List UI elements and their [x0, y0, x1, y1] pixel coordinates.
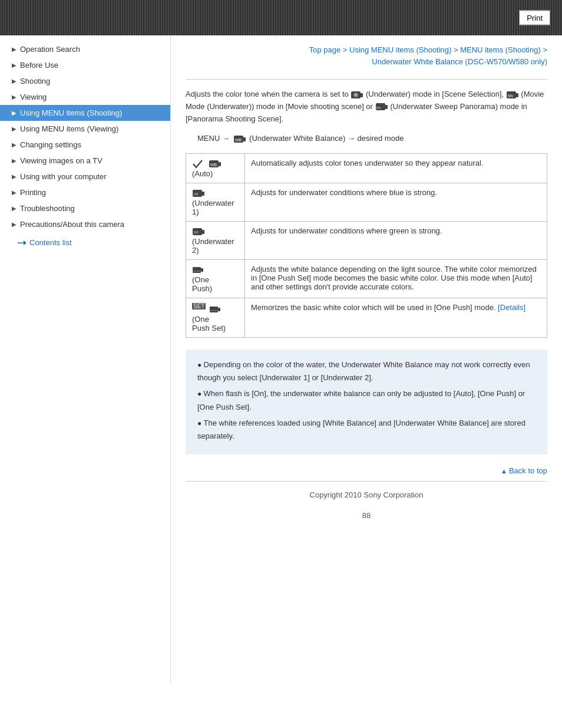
arrow-icon: ▶: [12, 221, 16, 228]
details-link[interactable]: [Details]: [498, 303, 525, 312]
auto-wb-icon: WB: [209, 159, 222, 169]
sidebar-item-operation-search[interactable]: ▶ Operation Search: [0, 41, 170, 57]
table-cell-desc: Adjusts the white balance depending on t…: [245, 260, 547, 298]
svg-point-5: [355, 93, 358, 96]
svg-text:U2: U2: [194, 230, 199, 234]
svg-marker-1: [24, 241, 27, 245]
underwater1-icon: U1: [192, 188, 205, 199]
arrow-icon: ▶: [12, 141, 16, 148]
sidebar-item-using-menu-shooting[interactable]: ▶ Using MENU items (Shooting): [0, 105, 170, 121]
sidebar: ▶ Operation Search ▶ Before Use ▶ Shooti…: [0, 35, 171, 684]
table-cell-desc: Automatically adjusts color tones underw…: [245, 154, 547, 183]
sidebar-item-using-menu-viewing[interactable]: ▶ Using MENU items (Viewing): [0, 121, 170, 137]
print-button[interactable]: Print: [519, 11, 550, 25]
svg-rect-13: [243, 137, 246, 141]
table-cell-icon: U2 (Underwater2): [186, 222, 245, 260]
main-content: Top page > Using MENU items (Shooting) >…: [171, 35, 562, 684]
underwater2-icon: U2: [192, 226, 205, 237]
table-row: WB (Auto) Automatically adjusts color to…: [186, 154, 547, 183]
svg-text:U1: U1: [194, 192, 199, 196]
svg-rect-19: [202, 192, 204, 196]
arrow-icon: ▶: [12, 126, 16, 132]
contents-list-link[interactable]: Contents list: [0, 232, 170, 247]
sidebar-item-precautions[interactable]: ▶ Precautions/About this camera: [0, 216, 170, 232]
panorama-underwater-icon: Pn: [375, 101, 388, 112]
table-cell-desc: Adjusts for underwater conditions where …: [245, 222, 547, 260]
svg-rect-27: [210, 307, 218, 312]
wb-table: WB (Auto) Automatically adjusts color to…: [186, 153, 547, 338]
svg-rect-10: [385, 105, 388, 109]
svg-rect-22: [202, 230, 204, 234]
svg-rect-28: [218, 308, 220, 311]
sidebar-item-label: Troubleshooting: [20, 204, 75, 213]
sidebar-item-viewing[interactable]: ▶ Viewing: [0, 89, 170, 105]
table-row: U1 (Underwater1) Adjusts for underwater …: [186, 183, 547, 222]
one-push-icon: [192, 265, 205, 275]
breadcrumb-sep3: >: [541, 45, 547, 54]
sidebar-item-using-computer[interactable]: ▶ Using with your computer: [0, 169, 170, 185]
sidebar-item-label: Using MENU items (Viewing): [20, 124, 118, 133]
table-cell-icon: U1 (Underwater1): [186, 183, 245, 222]
checkmark-icon: [192, 159, 204, 169]
arrow-icon: ▶: [12, 46, 16, 52]
menu-path: MENU → WB (Underwater White Balance) → d…: [197, 134, 547, 144]
sidebar-item-label: Precautions/About this camera: [20, 220, 124, 229]
svg-text:WB: WB: [235, 138, 242, 142]
header-bar: Print: [0, 0, 562, 35]
sidebar-item-label: Using MENU items (Shooting): [20, 108, 122, 117]
svg-rect-25: [201, 268, 203, 272]
breadcrumb-current: Underwater White Balance (DSC-W570/W580 …: [372, 57, 547, 66]
sidebar-item-label: Changing settings: [20, 140, 81, 149]
arrow-icon: ▶: [12, 173, 16, 180]
table-cell-icon: WB (Auto): [186, 154, 245, 183]
svg-rect-24: [193, 267, 201, 273]
page-footer: Copyright 2010 Sony Corporation: [186, 481, 547, 505]
breadcrumb-using-menu[interactable]: Using MENU items (Shooting): [349, 45, 451, 54]
note-item: The white references loaded using [White…: [197, 417, 535, 443]
sidebar-item-label: Operation Search: [20, 45, 80, 54]
breadcrumb-menu-items[interactable]: MENU items (Shooting): [460, 45, 541, 54]
table-cell-desc: Adjusts for underwater conditions where …: [245, 183, 547, 222]
sidebar-item-label: Viewing: [20, 93, 47, 101]
svg-text:WB: WB: [210, 163, 217, 167]
table-cell-icon: SET (OnePush Set): [186, 298, 245, 338]
arrow-icon: ▶: [12, 62, 16, 68]
table-cell-desc: Memorizes the basic white color which wi…: [245, 298, 547, 338]
arrow-icon: ▶: [12, 110, 16, 116]
arrow-right-icon: [18, 239, 27, 246]
sidebar-item-shooting[interactable]: ▶ Shooting: [0, 73, 170, 89]
svg-rect-16: [219, 162, 221, 166]
svg-text:Pn: Pn: [376, 106, 381, 110]
notes-box: Depending on the color of the water, the…: [186, 350, 547, 454]
sidebar-item-troubleshooting[interactable]: ▶ Troubleshooting: [0, 200, 170, 216]
sidebar-item-printing[interactable]: ▶ Printing: [0, 185, 170, 200]
sidebar-item-label: Printing: [20, 188, 46, 197]
table-row: SET (OnePush Set) Memorizes the basic wh…: [186, 298, 547, 338]
sidebar-item-label: Before Use: [20, 61, 58, 70]
main-layout: ▶ Operation Search ▶ Before Use ▶ Shooti…: [0, 35, 562, 684]
divider-top: [186, 79, 547, 80]
arrow-icon: ▶: [12, 78, 16, 84]
set-badge: SET: [192, 303, 206, 309]
svg-rect-7: [516, 93, 518, 97]
underwater-mode-icon: [351, 90, 363, 100]
arrow-icon: ▶: [12, 189, 16, 196]
sidebar-item-label: Using with your computer: [20, 172, 107, 181]
one-push-set-icon: [209, 304, 222, 315]
contents-list-label: Contents list: [29, 238, 72, 247]
sidebar-item-before-use[interactable]: ▶ Before Use: [0, 57, 170, 73]
arrow-icon: ▶: [12, 205, 16, 212]
svg-rect-3: [361, 93, 363, 97]
arrow-icon: ▶: [12, 94, 16, 100]
table-cell-icon: (OnePush): [186, 260, 245, 298]
breadcrumb-sep1: >: [340, 45, 349, 54]
note-item: Depending on the color of the water, the…: [197, 358, 535, 384]
copyright-text: Copyright 2010 Sony Corporation: [310, 490, 424, 499]
back-to-top-link[interactable]: Back to top: [186, 466, 547, 475]
main-description: Adjusts the color tone when the camera i…: [186, 88, 547, 125]
breadcrumb-top-page[interactable]: Top page: [309, 45, 341, 54]
sidebar-item-viewing-tv[interactable]: ▶ Viewing images on a TV: [0, 153, 170, 169]
breadcrumb: Top page > Using MENU items (Shooting) >…: [186, 44, 547, 67]
note-item: When flash is [On], the underwater white…: [197, 387, 535, 413]
sidebar-item-changing-settings[interactable]: ▶ Changing settings: [0, 137, 170, 153]
